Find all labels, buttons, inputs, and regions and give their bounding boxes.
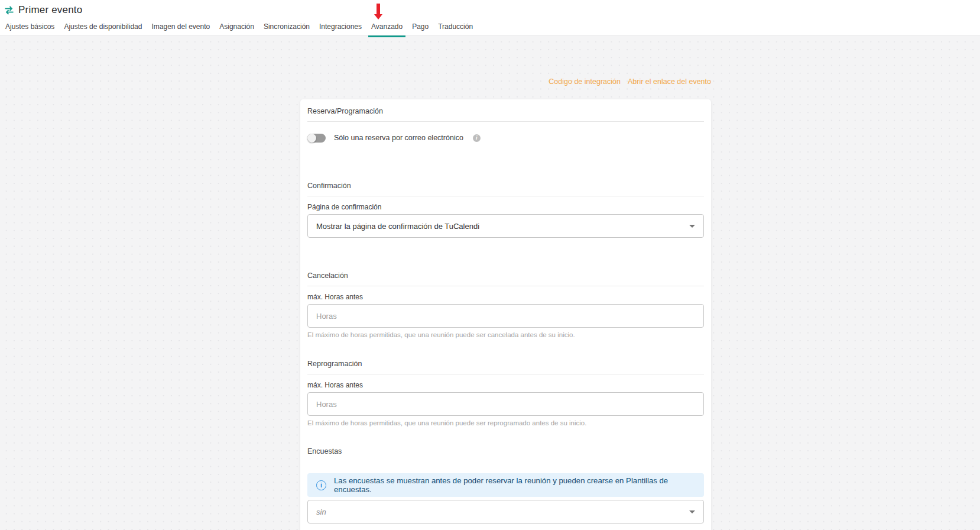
reschedule-max-hours-label: máx. Horas antes [307, 381, 704, 389]
surveys-info-text: Las encuestas se muestran antes de poder… [334, 476, 695, 494]
section-title-reserva-programacion: Reserva/Programación [307, 107, 704, 122]
tab-integraciones[interactable]: Integraciones [318, 21, 363, 37]
cancellation-helper-text: El máximo de horas permitidas, que una r… [307, 331, 704, 339]
cancellation-hours-input[interactable] [307, 304, 704, 328]
page-title: Primer evento [18, 4, 82, 16]
reschedule-hours-input[interactable] [307, 392, 704, 416]
section-title-confirmacion: Confirmación [307, 182, 704, 196]
info-icon: i [473, 134, 481, 142]
tab-ajustes-de-disponibilidad[interactable]: Ajustes de disponibilidad [63, 21, 143, 37]
section-title-reprogramacion: Reprogramación [307, 360, 704, 374]
confirmation-page-select[interactable]: Mostrar la página de confirmación de TuC… [307, 214, 704, 238]
tab-bar: Ajustes básicos Ajustes de disponibilida… [0, 21, 980, 37]
swap-arrows-icon [4, 6, 14, 15]
single-booking-toggle[interactable] [307, 134, 326, 143]
tab-pago[interactable]: Pago [411, 21, 430, 37]
open-event-link[interactable]: Abrir el enlace del evento [628, 77, 711, 86]
cancellation-max-hours-label: máx. Horas antes [307, 293, 704, 301]
annotation-arrow-down-icon [374, 4, 382, 20]
tab-traduccion[interactable]: Traducción [437, 21, 474, 37]
tab-sincronizacion[interactable]: Sincronización [262, 21, 311, 37]
page-background: Codigo de integración Abrir el enlace de… [0, 35, 980, 530]
title-row: Primer evento [0, 0, 980, 16]
tab-ajustes-basicos[interactable]: Ajustes básicos [4, 21, 56, 37]
chevron-down-icon [689, 510, 695, 513]
single-booking-toggle-row: Sólo una reserva por correo electrónico … [307, 132, 704, 144]
toggle-knob [307, 134, 316, 143]
chevron-down-icon [689, 225, 695, 228]
top-header: Primer evento Ajustes básicos Ajustes de… [0, 0, 980, 35]
tab-imagen-del-evento[interactable]: Imagen del evento [150, 21, 211, 37]
integration-code-link[interactable]: Codigo de integración [549, 77, 621, 86]
advanced-settings-card: Reserva/Programación Sólo una reserva po… [300, 99, 711, 530]
single-booking-toggle-label: Sólo una reserva por correo electrónico [334, 134, 463, 142]
surveys-select[interactable]: sin [307, 500, 704, 523]
reschedule-helper-text: El máximo de horas permitidas, que una r… [307, 419, 704, 427]
confirmation-page-label: Página de confirmación [307, 203, 704, 211]
section-title-cancelacion: Cancelación [307, 272, 704, 286]
confirmation-page-select-value: Mostrar la página de confirmación de TuC… [316, 222, 479, 231]
event-action-links: Codigo de integración Abrir el enlace de… [300, 77, 711, 86]
surveys-select-value: sin [316, 508, 326, 516]
info-circle-icon: i [316, 480, 326, 490]
tab-avanzado[interactable]: Avanzado [370, 21, 404, 37]
surveys-info-banner: i Las encuestas se muestran antes de pod… [307, 473, 704, 497]
tab-asignacion[interactable]: Asignación [218, 21, 255, 37]
section-title-encuestas: Encuestas [307, 447, 704, 461]
